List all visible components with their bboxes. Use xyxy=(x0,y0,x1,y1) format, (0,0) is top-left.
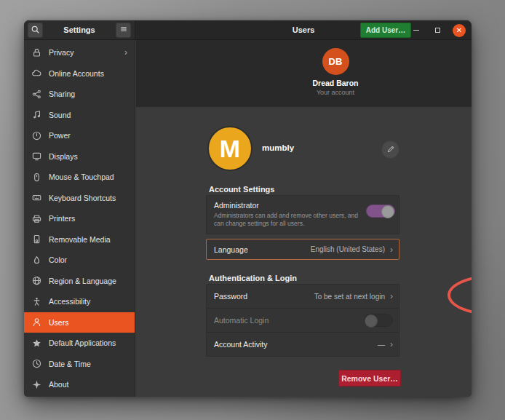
edit-name-button[interactable] xyxy=(381,140,399,159)
maximize-icon xyxy=(435,28,440,33)
header-bar: Settings Users Add User… ✕ xyxy=(24,20,472,40)
color-icon xyxy=(31,254,42,266)
menu-button[interactable] xyxy=(116,23,131,38)
sparkle-icon xyxy=(31,379,42,390)
search-button[interactable] xyxy=(28,23,43,38)
cloud-icon xyxy=(31,68,42,79)
profile-avatar[interactable]: M xyxy=(207,126,252,171)
language-label: Language xyxy=(214,245,311,254)
minimize-icon xyxy=(413,30,419,31)
sidebar-item-date-time[interactable]: Date & Time xyxy=(24,354,135,375)
password-row[interactable]: Password To be set at next login › xyxy=(207,285,399,309)
mouse-icon xyxy=(31,171,42,183)
user-name: mumbly xyxy=(458,79,472,87)
sidebar-item-region-language[interactable]: Region & Language xyxy=(24,271,135,292)
clock-icon xyxy=(31,358,42,370)
star-icon xyxy=(31,337,42,349)
sidebar-item-color[interactable]: Color xyxy=(24,250,135,271)
annotation-ellipse xyxy=(448,274,472,316)
authentication-heading: Authentication & Login xyxy=(209,274,297,282)
sidebar-item-about[interactable]: About xyxy=(24,374,135,395)
language-row[interactable]: Language English (United States) › xyxy=(206,239,399,260)
chevron-right-icon: › xyxy=(390,339,393,349)
user-detail-panel: M mumbly Account Settings Administrator … xyxy=(136,107,472,397)
lock-icon xyxy=(31,47,42,58)
removable-media-icon xyxy=(31,234,42,245)
automatic-login-toggle xyxy=(364,314,393,327)
account-activity-row[interactable]: Account Activity — › xyxy=(207,333,399,356)
accessibility-icon xyxy=(31,296,42,307)
add-user-button[interactable]: Add User… xyxy=(360,23,411,38)
avatar: DB xyxy=(322,48,349,75)
administrator-row: Administrator Administrators can add and… xyxy=(206,195,399,234)
music-note-icon xyxy=(31,109,42,121)
password-label: Password xyxy=(214,292,314,301)
user-carousel: DB Dread Baron Your account M mumbly xyxy=(136,40,472,107)
sidebar-item-printers[interactable]: Printers xyxy=(24,208,135,229)
close-icon: ✕ xyxy=(456,26,462,34)
sidebar-item-sharing[interactable]: Sharing xyxy=(24,84,135,105)
close-button[interactable]: ✕ xyxy=(453,24,466,37)
sidebar-item-displays[interactable]: Displays xyxy=(24,146,135,167)
carousel-user-mumbly[interactable]: M mumbly xyxy=(458,48,472,87)
settings-window: Settings Users Add User… ✕ Privacy › xyxy=(24,20,472,397)
window-controls: ✕ xyxy=(410,20,466,40)
user-icon xyxy=(31,317,42,328)
profile-name: mumbly xyxy=(262,143,294,152)
sidebar-item-default-applications[interactable]: Default Applications xyxy=(24,333,135,354)
sidebar-item-online-accounts[interactable]: Online Accounts xyxy=(24,63,135,84)
language-value: English (United States) xyxy=(311,245,385,253)
user-name: Dread Baron xyxy=(292,79,379,87)
power-icon xyxy=(31,130,42,141)
chevron-right-icon: › xyxy=(390,245,393,255)
sidebar-item-power[interactable]: Power xyxy=(24,125,135,146)
user-subtitle: Your account xyxy=(292,89,379,96)
hamburger-icon xyxy=(119,25,128,35)
keyboard-icon xyxy=(31,192,42,204)
pencil-icon xyxy=(386,145,395,155)
sidebar-item-keyboard-shortcuts[interactable]: Keyboard Shortcuts xyxy=(24,188,135,209)
maximize-button[interactable] xyxy=(432,25,443,36)
minimize-button[interactable] xyxy=(410,25,422,36)
administrator-toggle[interactable] xyxy=(366,205,395,218)
chevron-right-icon: › xyxy=(124,47,127,58)
remove-user-button[interactable]: Remove User… xyxy=(338,370,401,387)
share-icon xyxy=(31,88,42,100)
sidebar-item-mouse-touchpad[interactable]: Mouse & Touchpad xyxy=(24,167,135,188)
printer-icon xyxy=(31,213,42,224)
sidebar-item-users[interactable]: Users xyxy=(24,312,135,333)
sidebar: Privacy › Online Accounts Sharing Sound … xyxy=(24,40,135,397)
sidebar-item-sound[interactable]: Sound xyxy=(24,105,135,126)
automatic-login-label: Automatic Login xyxy=(214,316,364,325)
administrator-description: Administrators can add and remove other … xyxy=(214,212,358,227)
desktop: { "header": { "app_title": "Settings", "… xyxy=(0,0,505,420)
search-icon xyxy=(31,25,40,36)
toggle-knob xyxy=(365,314,378,328)
toggle-knob xyxy=(381,205,394,218)
carousel-user-dread-baron[interactable]: DB Dread Baron Your account xyxy=(292,48,379,96)
globe-icon xyxy=(31,275,42,287)
sidebar-item-removable-media[interactable]: Removable Media xyxy=(24,229,135,250)
header-left: Settings xyxy=(24,20,135,39)
sidebar-item-accessibility[interactable]: Accessibility xyxy=(24,291,135,312)
display-icon xyxy=(31,151,42,162)
automatic-login-row: Automatic Login xyxy=(207,309,399,333)
password-value: To be set at next login xyxy=(314,293,385,301)
account-activity-value: — xyxy=(378,341,385,349)
chevron-right-icon: › xyxy=(390,291,393,301)
administrator-label: Administrator xyxy=(214,201,391,210)
account-activity-label: Account Activity xyxy=(214,340,378,349)
header-right: Users Add User… ✕ xyxy=(135,20,472,39)
account-settings-heading: Account Settings xyxy=(209,185,274,194)
app-title: Settings xyxy=(43,25,116,34)
sidebar-item-privacy[interactable]: Privacy › xyxy=(24,42,135,63)
authentication-group: Password To be set at next login › Autom… xyxy=(206,284,399,357)
